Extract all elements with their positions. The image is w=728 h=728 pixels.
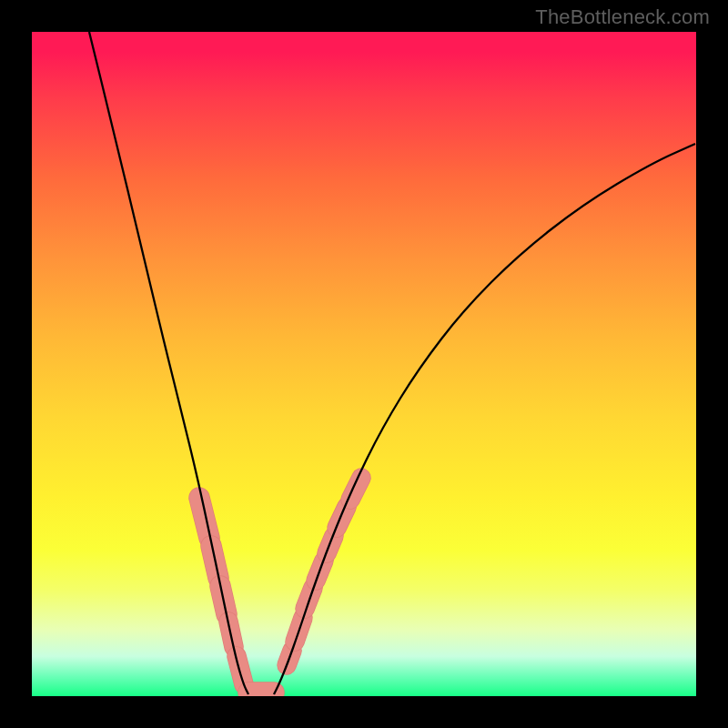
sausage-marker	[199, 498, 209, 538]
plot-area	[32, 32, 696, 696]
right-curve	[274, 144, 695, 694]
sausage-markers	[199, 478, 361, 693]
chart-svg	[32, 32, 696, 696]
watermark-text: TheBottleneck.com	[535, 5, 710, 29]
chart-frame: TheBottleneck.com	[0, 0, 728, 728]
